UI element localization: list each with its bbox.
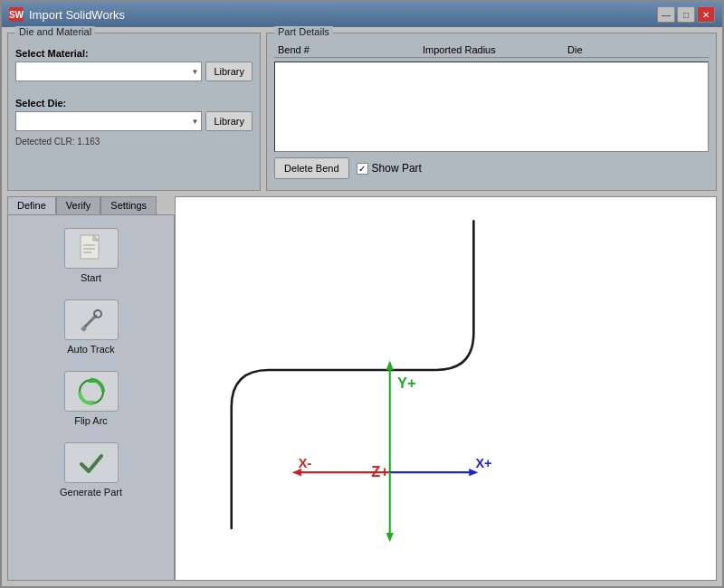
material-input-row: Library (15, 62, 252, 81)
generate-label: Generate Part (60, 487, 122, 498)
tab-settings[interactable]: Settings (100, 196, 157, 214)
svg-marker-23 (386, 533, 394, 542)
autotrack-icon-container (64, 299, 119, 340)
autotrack-label: Auto Track (67, 344, 115, 355)
generate-icon-container (64, 442, 119, 483)
tab-verify[interactable]: Verify (56, 196, 101, 214)
material-library-button[interactable]: Library (205, 62, 252, 81)
fliparc-label: Flip Arc (74, 415, 108, 426)
part-details-group: Part Details Bend # Imported Radius Die … (266, 33, 717, 191)
autotrack-icon (78, 307, 105, 334)
tabs-header: Define Verify Settings (7, 196, 175, 214)
svg-text:X-: X- (299, 456, 312, 470)
svg-text:Y+: Y+ (397, 375, 416, 392)
main-content: Die and Material Select Material: Librar… (2, 27, 722, 586)
show-part-checkbox[interactable]: ✓ (357, 163, 368, 175)
title-bar-left: SW Import SolidWorks (9, 7, 125, 22)
die-library-button[interactable]: Library (205, 111, 252, 131)
delete-bend-button[interactable]: Delete Bend (274, 157, 349, 179)
fliparc-icon-container (64, 371, 119, 412)
radius-col-header: Imported Radius (419, 44, 564, 55)
die-dropdown[interactable] (15, 111, 202, 131)
svg-text:X+: X+ (475, 456, 491, 470)
window-title: Import SolidWorks (29, 8, 125, 22)
bottom-row: Define Verify Settings (7, 196, 717, 581)
tabs-panel: Define Verify Settings (7, 196, 175, 581)
fliparc-action[interactable]: Flip Arc (17, 367, 165, 430)
fliparc-icon (76, 376, 107, 407)
start-label: Start (81, 272, 101, 283)
svg-marker-13 (386, 361, 394, 370)
die-material-group: Die and Material Select Material: Librar… (7, 33, 261, 191)
part-actions: Delete Bend ✓ Show Part (274, 157, 709, 179)
svg-point-6 (94, 310, 101, 318)
detected-clr-label: Detected CLR: 1.163 (15, 137, 252, 147)
viewport: Y+ X- Z+ X+ (175, 196, 717, 581)
material-dropdown[interactable] (15, 62, 202, 81)
select-material-label: Select Material: (15, 48, 252, 59)
svg-text:Z+: Z+ (371, 463, 389, 479)
start-action[interactable]: Start (17, 224, 165, 287)
die-col-header: Die (564, 44, 709, 55)
select-material-row: Select Material: Library (15, 48, 252, 81)
start-icon-container (64, 228, 119, 269)
generate-action[interactable]: Generate Part (17, 439, 165, 501)
select-die-row: Select Die: Library Detected CLR: 1.163 (15, 98, 252, 147)
restore-button[interactable]: □ (677, 6, 695, 23)
autotrack-action[interactable]: Auto Track (17, 296, 165, 358)
title-buttons: — □ ✕ (657, 6, 715, 23)
close-button[interactable]: ✕ (697, 6, 715, 23)
show-part-label: Show Part (372, 162, 422, 175)
viewport-svg: Y+ X- Z+ X+ (176, 197, 716, 580)
die-material-title: Die and Material (15, 26, 95, 37)
part-table-header: Bend # Imported Radius Die (274, 43, 709, 58)
show-part-row: ✓ Show Part (357, 162, 422, 175)
bend-col-header: Bend # (274, 44, 419, 55)
tab-content-define: Start Auto Trac (7, 214, 175, 581)
material-dropdown-wrapper[interactable] (15, 62, 202, 81)
tab-define[interactable]: Define (7, 196, 56, 214)
main-window: SW Import SolidWorks — □ ✕ Die and Mater… (0, 0, 724, 588)
part-table-area (274, 62, 709, 152)
app-icon: SW (9, 7, 24, 22)
start-icon (79, 234, 104, 263)
minimize-button[interactable]: — (657, 6, 675, 23)
select-die-label: Select Die: (15, 98, 252, 109)
part-details-title: Part Details (274, 26, 333, 37)
die-dropdown-wrapper[interactable] (15, 111, 202, 131)
title-bar: SW Import SolidWorks — □ ✕ (2, 2, 722, 27)
die-input-row: Library (15, 111, 252, 131)
top-row: Die and Material Select Material: Librar… (7, 33, 717, 191)
generate-icon (77, 449, 106, 478)
